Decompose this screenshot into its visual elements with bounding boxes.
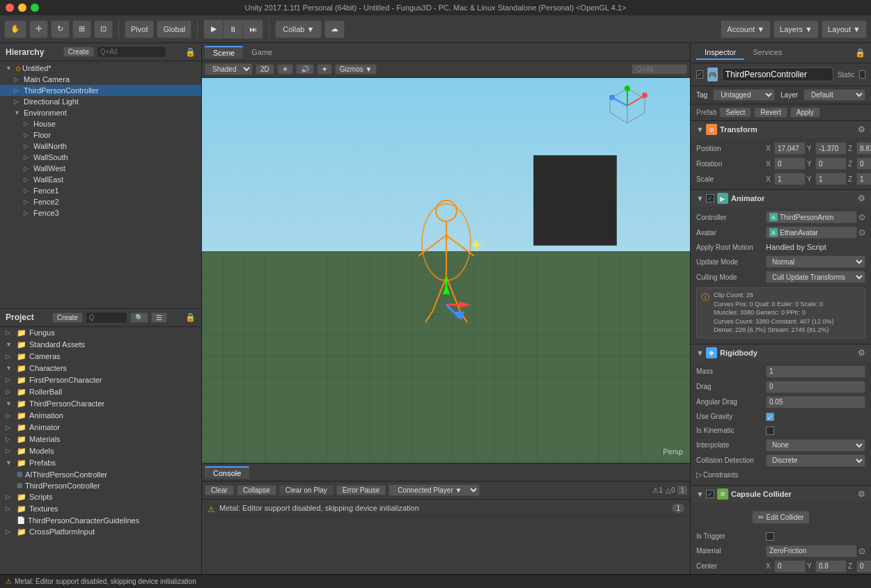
center-y-input[interactable] xyxy=(815,560,847,573)
step-button[interactable]: ⏭ xyxy=(243,20,262,38)
scale-z-input[interactable] xyxy=(856,173,871,185)
project-item-characters[interactable]: ▼ 📁 Characters xyxy=(0,363,201,374)
mass-input[interactable] xyxy=(766,365,865,378)
pos-y-input[interactable] xyxy=(815,142,847,154)
update-mode-dropdown[interactable]: Normal xyxy=(766,255,865,268)
collision-detection-dropdown[interactable]: Discrete xyxy=(766,454,865,467)
project-search-input[interactable] xyxy=(86,312,127,324)
layers-button[interactable]: Layers ▼ xyxy=(774,20,819,38)
rigidbody-settings-icon[interactable]: ⚙ xyxy=(858,348,865,358)
is-trigger-checkbox[interactable] xyxy=(766,532,774,541)
layer-dropdown[interactable]: Default xyxy=(803,89,865,101)
project-item-textures[interactable]: ▷ 📁 Textures xyxy=(0,503,201,515)
project-item-animation[interactable]: ▷ 📁 Animation xyxy=(0,410,201,422)
hierarchy-item-wallnorth[interactable]: ▷ WallNorth xyxy=(0,141,201,152)
hierarchy-item-directionallight[interactable]: ▷ Directional Light xyxy=(0,96,201,107)
hierarchy-item-fence3[interactable]: ▷ Fence3 xyxy=(0,207,201,218)
lighting-button[interactable]: ☀ xyxy=(277,64,293,74)
scene-search-input[interactable] xyxy=(631,64,687,74)
use-gravity-checkbox[interactable]: ✓ xyxy=(766,413,774,421)
project-item-crossplatforminput[interactable]: ▷ 📁 CrossPlatformInput xyxy=(0,526,201,538)
console-collapse-button[interactable]: Collapse xyxy=(237,485,276,495)
inspector-tab[interactable]: Inspector xyxy=(696,46,744,60)
project-item-scripts[interactable]: ▷ 📁 Scripts xyxy=(0,491,201,503)
hierarchy-create-button[interactable]: Create xyxy=(63,47,94,57)
audio-button[interactable]: 🔊 xyxy=(296,64,314,74)
transform-settings-icon[interactable]: ⚙ xyxy=(858,125,865,134)
collider-settings-icon[interactable]: ⚙ xyxy=(858,489,865,499)
hierarchy-item-walleast[interactable]: ▷ WallEast xyxy=(0,174,201,185)
object-active-checkbox[interactable] xyxy=(696,70,703,79)
constraints-row[interactable]: ▷ Constraints xyxy=(696,468,865,482)
object-name-input[interactable] xyxy=(722,67,833,81)
pos-x-input[interactable] xyxy=(774,142,806,154)
hierarchy-item-house[interactable]: ▷ House xyxy=(0,118,201,129)
avatar-value[interactable]: A EthanAvatar xyxy=(766,226,857,239)
drag-input[interactable] xyxy=(766,381,865,393)
gizmos-dropdown[interactable]: Gizmos ▼ xyxy=(335,64,377,74)
maximize-button[interactable] xyxy=(31,3,39,12)
tag-dropdown[interactable]: Untagged xyxy=(713,89,775,101)
account-button[interactable]: Account ▼ xyxy=(721,20,771,38)
rot-x-input[interactable] xyxy=(774,157,806,170)
pivot-button[interactable]: Pivot xyxy=(125,20,154,38)
project-item-firstpersoncharacter[interactable]: ▷ 📁 FirstPersonCharacter xyxy=(0,374,201,386)
project-item-thirdpersoncontroller-prefab[interactable]: ▷ ⊞ ThirdPersonController xyxy=(0,480,201,491)
project-item-rollerball[interactable]: ▷ 📁 RollerBall xyxy=(0,386,201,398)
cloud-button[interactable]: ☁ xyxy=(324,20,345,38)
prefab-select-button[interactable]: Select xyxy=(719,107,751,118)
services-tab[interactable]: Services xyxy=(744,46,790,60)
scene-tab[interactable]: Scene xyxy=(205,46,243,58)
inspector-lock-icon[interactable]: 🔒 xyxy=(855,48,865,58)
animator-active-checkbox[interactable] xyxy=(706,194,714,202)
animator-component-header[interactable]: ▼ ▶ Animator ⚙ xyxy=(691,190,871,207)
culling-mode-dropdown[interactable]: Cull Update Transforms xyxy=(766,271,865,283)
hierarchy-item-wallwest[interactable]: ▷ WallWest xyxy=(0,163,201,174)
hierarchy-item-fence1[interactable]: ▷ Fence1 xyxy=(0,185,201,196)
project-create-button[interactable]: Create xyxy=(52,312,83,323)
project-item-animator[interactable]: ▷ 📁 Animator xyxy=(0,422,201,434)
edit-collider-button[interactable]: ✏ Edit Collider xyxy=(752,511,810,524)
rot-z-input[interactable] xyxy=(856,157,871,170)
project-lock-icon[interactable]: 🔒 xyxy=(185,312,196,322)
hierarchy-lock-icon[interactable]: 🔒 xyxy=(185,47,196,57)
scene-view[interactable]: Persp xyxy=(202,78,690,463)
center-x-input[interactable] xyxy=(774,560,806,573)
pause-button[interactable]: ⏸ xyxy=(223,20,243,38)
avatar-dot-icon[interactable]: ⊙ xyxy=(858,228,865,237)
project-settings-button[interactable]: ☰ xyxy=(151,312,167,323)
project-item-fungus[interactable]: ▷ 📁 Fungus xyxy=(0,327,201,339)
console-item[interactable]: ⚠ Metal: Editor support disabled, skippi… xyxy=(205,502,687,516)
material-value[interactable]: ZeroFriction xyxy=(766,545,857,557)
layout-button[interactable]: Layout ▼ xyxy=(822,20,867,38)
rigidbody-component-header[interactable]: ▼ ◆ Rigidbody ⚙ xyxy=(691,344,871,361)
project-item-models[interactable]: ▷ 📁 Models xyxy=(0,445,201,457)
hierarchy-item-wallsouth[interactable]: ▷ WallSouth xyxy=(0,152,201,163)
console-tab[interactable]: Console xyxy=(205,466,249,479)
angular-drag-input[interactable] xyxy=(766,396,865,408)
2d-button[interactable]: 2D xyxy=(256,64,274,74)
console-error-pause-button[interactable]: Error Pause xyxy=(336,485,386,495)
rect-tool-button[interactable]: ⊡ xyxy=(94,20,113,38)
hierarchy-search-input[interactable] xyxy=(97,46,166,58)
minimize-button[interactable] xyxy=(18,3,26,12)
is-kinematic-checkbox[interactable] xyxy=(766,427,774,435)
console-clear-button[interactable]: Clear xyxy=(205,485,234,495)
project-item-guidelines[interactable]: ▷ 📄 ThirdPersonCharacterGuidelines xyxy=(0,515,201,526)
console-connected-player-dropdown[interactable]: Connected Player ▼ xyxy=(389,484,480,496)
hierarchy-item-environment[interactable]: ▼ Environment xyxy=(0,107,201,118)
rotate-tool-button[interactable]: ↻ xyxy=(51,20,70,38)
console-clear-on-play-button[interactable]: Clear on Play xyxy=(279,485,334,495)
controller-value[interactable]: A ThirdPersonAnim xyxy=(766,211,857,223)
pos-z-input[interactable] xyxy=(856,142,871,154)
play-button[interactable]: ▶ xyxy=(204,20,223,38)
project-item-prefabs[interactable]: ▼ 📁 Prefabs xyxy=(0,457,201,469)
collab-button[interactable]: Collab ▼ xyxy=(275,20,322,38)
scene-gizmo[interactable] xyxy=(606,85,648,128)
project-item-thirdpersoncharacter[interactable]: ▼ 📁 ThirdPersonCharacter xyxy=(0,398,201,410)
prefab-revert-button[interactable]: Revert xyxy=(754,107,787,118)
project-item-materials[interactable]: ▷ 📁 Materials xyxy=(0,434,201,445)
collider-active-checkbox[interactable] xyxy=(706,490,714,498)
scale-x-input[interactable] xyxy=(774,173,806,185)
project-item-aithirdpersoncontroller[interactable]: ▷ ⊞ AIThirdPersonController xyxy=(0,469,201,480)
